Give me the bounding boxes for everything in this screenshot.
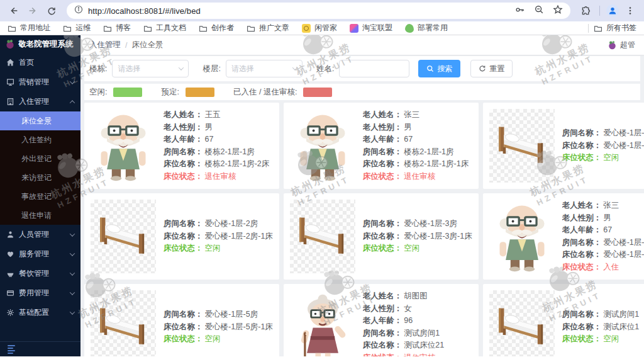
- browser-toolbar: http://localhost:8081/#/live/bed: [0, 0, 644, 21]
- sidebar-item-checkin[interactable]: 入住管理: [0, 92, 80, 111]
- bookmark-item[interactable]: 工具文档: [143, 23, 186, 33]
- bookmark-item[interactable]: 闲管家: [302, 23, 337, 33]
- card-field-row: 床位状态：空闲: [164, 333, 273, 346]
- url-text[interactable]: http://localhost:8081/#/live/bed: [88, 6, 201, 16]
- bookmark-item[interactable]: 创作者: [199, 23, 234, 33]
- heart-icon: [6, 250, 14, 258]
- card-field-row: 老人年龄：67: [164, 133, 273, 146]
- extensions-icon[interactable]: [578, 3, 593, 18]
- gear-icon: [6, 309, 14, 317]
- search-button[interactable]: 搜索: [418, 60, 460, 77]
- menu-dots-icon[interactable]: [623, 3, 638, 18]
- bed-card[interactable]: 房间名称：爱心楼-1层-5房床位名称：爱心楼-1层-5房-1床床位状态：空闲: [84, 284, 279, 356]
- submenu-item-bed-overview[interactable]: 床位全景: [0, 111, 80, 130]
- bed-card[interactable]: 房间名称：爱心楼-1层-3房床位名称：爱心楼-1层-3房-1床床位状态：空闲: [284, 193, 479, 280]
- user-menu[interactable]: 超管: [608, 40, 635, 50]
- card-field-row: 房间名称：爱心楼-1层-3房: [363, 218, 472, 230]
- sidebar-item-people[interactable]: 人员管理: [0, 225, 80, 244]
- floor-select[interactable]: 请选择: [226, 60, 303, 77]
- collapse-sidebar-icon[interactable]: [8, 345, 15, 354]
- zoom-out-icon[interactable]: [534, 4, 544, 17]
- bookmark-item[interactable]: 运维: [63, 23, 91, 33]
- sidebar-item-marketing[interactable]: 营销管理: [0, 72, 80, 92]
- forward-icon[interactable]: [25, 3, 40, 18]
- card-field-row: 床位名称：爱心楼-1层-4房-1床: [562, 249, 644, 261]
- bookmark-item[interactable]: 部署常用: [405, 23, 448, 33]
- bookmark-item[interactable]: 淘宝联盟: [350, 23, 392, 33]
- reserved-color-swatch: [186, 88, 214, 97]
- bed-card[interactable]: 房间名称：爱心楼-1层-1房床位名称：爱心楼-1层-1房-1床床位状态：空闲: [483, 103, 644, 189]
- card-field-row: 床位名称：测试床位21: [363, 339, 472, 352]
- card-field-row: 老人姓名：张三: [363, 109, 472, 122]
- bookmark-item[interactable]: 博客: [103, 23, 131, 33]
- name-label: 姓名:: [316, 64, 334, 74]
- legend-item-reserved: 预定:: [161, 87, 214, 98]
- card-field-row: 老人姓名：张三: [562, 200, 644, 212]
- bed-card[interactable]: 老人姓名：王五老人性别：男老人年龄：67房间名称：楼栋2-1层-1房床位名称：楼…: [84, 103, 279, 189]
- bookmarks-separator: [588, 24, 589, 33]
- all-bookmarks-label: 所有书签: [606, 23, 636, 33]
- folder-icon: [103, 24, 112, 33]
- site-info-icon[interactable]: [74, 5, 83, 16]
- building-select[interactable]: 请选择: [112, 60, 189, 77]
- chevron-down-icon: [70, 251, 75, 256]
- breadcrumb-item-bed-overview: 床位全景: [131, 40, 163, 50]
- card-field-row: 房间名称：楼栋2-1层-1房: [363, 146, 472, 159]
- reload-icon[interactable]: [44, 3, 59, 18]
- bookmark-item[interactable]: 常用地址: [8, 23, 50, 33]
- sidebar: 敬老院管理系统 首页 营销管理 入住管理 床位全景 入住签约 外出登记 来访登记: [0, 35, 80, 356]
- app-yellow-icon: [302, 24, 311, 33]
- app-logo-icon: [5, 39, 15, 49]
- submenu-item-checkin-sign[interactable]: 入住签约: [0, 130, 80, 149]
- folder-icon: [63, 24, 72, 33]
- submenu-item-checkout-apply[interactable]: 退住申请: [0, 206, 80, 225]
- card-field-row: 床位名称：楼栋2-1层-1房-2床: [164, 158, 273, 171]
- app-logo-title: 敬老院管理系统: [0, 35, 80, 53]
- card-field-row: 老人姓名：王五: [164, 109, 273, 122]
- chevron-down-icon: [70, 270, 75, 275]
- sidebar-footer: [0, 341, 80, 356]
- submenu-item-accident-register[interactable]: 事故登记: [0, 187, 80, 206]
- bookmarks-list: 常用地址 运维 博客 工具文档 创作者 推广文章 闲管家 淘宝联盟 部署常用: [8, 23, 448, 33]
- card-info: 房间名称：爱心楼-1层-2房床位名称：爱心楼-1层-2房-1床床位状态：空闲: [164, 200, 273, 273]
- bed-card[interactable]: 老人姓名：张三老人性别：男老人年龄：67房间名称：楼栋2-1层-1房床位名称：楼…: [284, 103, 479, 189]
- user-avatar: [608, 40, 617, 50]
- sidebar-item-service[interactable]: 服务管理: [0, 244, 80, 264]
- main-area: 入住管理 / 床位全景 超管 楼栋: 请选择 楼层: 请选择 姓名:: [80, 35, 644, 356]
- address-bar[interactable]: http://localhost:8081/#/live/bed: [67, 3, 570, 19]
- sidebar-menu: 首页 营销管理 入住管理 床位全景 入住签约 外出登记 来访登记 事故登记 退住…: [0, 53, 80, 341]
- sidebar-item-fees[interactable]: 费用管理: [0, 283, 80, 303]
- all-bookmarks-button[interactable]: 所有书签: [594, 23, 636, 33]
- breadcrumb-item-checkin[interactable]: 入住管理: [89, 40, 121, 50]
- password-key-icon[interactable]: [514, 4, 525, 18]
- card-icon: [6, 289, 14, 297]
- sidebar-item-label: 费用管理: [19, 288, 49, 298]
- bed-card[interactable]: 老人姓名：张三老人性别：男老人年龄：67房间名称：爱心楼-1层-4房床位名称：爱…: [483, 193, 644, 280]
- chevron-down-icon: [70, 290, 75, 295]
- bed-card[interactable]: 房间名称：爱心楼-1层-2房床位名称：爱心楼-1层-2房-1床床位状态：空闲: [84, 193, 279, 280]
- reset-button[interactable]: 重置: [470, 60, 513, 77]
- elder-female-illustration: [290, 290, 355, 356]
- floor-label: 楼层:: [203, 64, 220, 74]
- app-window: 敬老院管理系统 首页 营销管理 入住管理 床位全景 入住签约 外出登记 来访登记: [0, 35, 644, 356]
- marketing-icon: [6, 78, 14, 86]
- card-field-row: 老人姓名：胡图图: [363, 290, 472, 303]
- back-icon[interactable]: [6, 3, 21, 18]
- bookmark-star-icon[interactable]: [553, 4, 563, 17]
- card-info: 房间名称：爱心楼-1层-3房床位名称：爱心楼-1层-3房-1床床位状态：空闲: [363, 200, 472, 273]
- folder-icon: [247, 24, 255, 33]
- submenu-item-visit-register[interactable]: 来访登记: [0, 168, 80, 187]
- app-title: 敬老院管理系统: [18, 39, 74, 50]
- sidebar-item-home[interactable]: 首页: [0, 53, 80, 72]
- bed-card[interactable]: 老人姓名：胡图图老人性别：女老人年龄：96房间名称：测试房间1床位名称：测试床位…: [284, 284, 479, 356]
- sidebar-item-settings[interactable]: 基础配置: [0, 303, 80, 322]
- sidebar-item-dining[interactable]: 餐饮管理: [0, 264, 80, 283]
- name-input[interactable]: [339, 60, 409, 77]
- chevron-down-icon: [70, 309, 75, 314]
- app-green-icon: [405, 24, 414, 33]
- submenu-item-outing-register[interactable]: 外出登记: [0, 149, 80, 168]
- card-info: 老人姓名：王五老人性别：男老人年龄：67房间名称：楼栋2-1层-1房床位名称：楼…: [164, 109, 273, 183]
- bed-card[interactable]: 房间名称：测试房间1床位名称：测试床位1床位状态：空闲: [483, 284, 644, 356]
- profile-avatar[interactable]: [606, 4, 619, 17]
- bookmark-item[interactable]: 推广文章: [247, 23, 289, 33]
